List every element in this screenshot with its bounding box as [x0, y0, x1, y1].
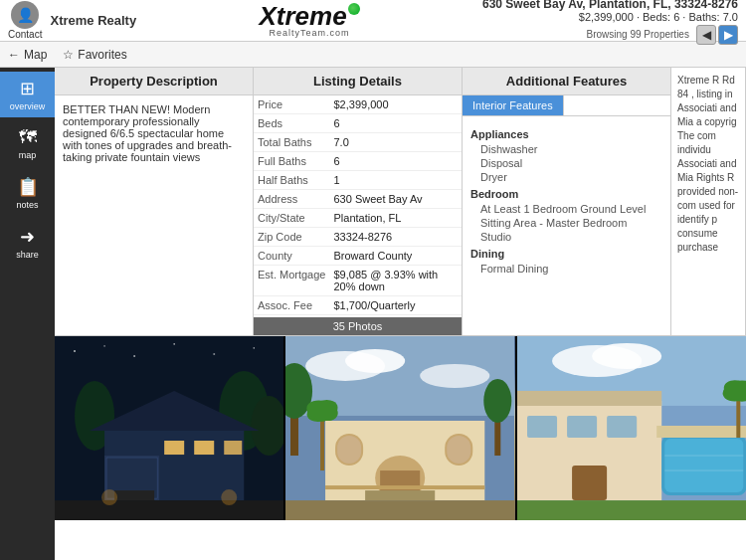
photo-3[interactable]: [517, 336, 746, 520]
sidebar: ⊞ overview 🗺 map 📋 notes ➜ share: [0, 68, 55, 560]
listing-table-row: City/StatePlantation, FL: [254, 209, 462, 228]
listing-label: Zip Code: [254, 228, 329, 247]
listing-details-body: Price$2,399,000Beds6Total Baths7.0Full B…: [254, 95, 462, 317]
sidebar-item-map[interactable]: 🗺 map: [0, 121, 55, 166]
svg-point-1: [74, 350, 76, 352]
svg-rect-57: [656, 426, 746, 438]
listing-label: Est. Mortgage: [254, 266, 329, 296]
sidebar-item-notes[interactable]: 📋 notes: [0, 170, 55, 216]
photo-1[interactable]: [55, 336, 285, 520]
bedroom-list: At Least 1 Bedroom Ground LevelSitting A…: [470, 202, 662, 244]
dining-list: Formal Dining: [470, 262, 662, 276]
star-icon: ☆: [63, 48, 74, 62]
listing-label: Assoc. Fee: [254, 296, 329, 315]
bedroom-item: Sitting Area - Master Bedroom: [470, 216, 662, 230]
listing-details-header: Listing Details: [254, 68, 462, 95]
map-button[interactable]: ← Map: [8, 48, 47, 62]
sidebar-map-label: map: [19, 150, 37, 160]
listing-table-row: Full Baths6: [254, 152, 462, 171]
browsing-info: Browsing 99 Properties ◀ ▶: [482, 25, 738, 45]
svg-rect-18: [114, 490, 154, 500]
photo-2[interactable]: [285, 336, 516, 520]
photo-3-svg: [517, 336, 746, 520]
sidebar-item-share[interactable]: ➜ share: [0, 220, 55, 266]
svg-point-46: [592, 343, 661, 369]
listing-value: 630 Sweet Bay Av: [329, 190, 462, 209]
listing-label: City/State: [254, 209, 329, 228]
notes-icon: 📋: [17, 176, 39, 198]
overview-icon: ⊞: [20, 78, 35, 99]
appliances-section-header: Appliances: [470, 124, 662, 142]
avatar: 👤: [11, 1, 39, 29]
listing-value: $9,085 @ 3.93% with 20% down: [329, 266, 462, 296]
logo-x-text: Xtreme: [260, 1, 347, 31]
listing-details-panel: Listing Details Price$2,399,000Beds6Tota…: [254, 68, 463, 335]
logo-container: Xtreme RealtyTeam.com: [260, 3, 360, 38]
svg-point-19: [101, 489, 117, 505]
listing-label: Half Baths: [254, 171, 329, 190]
property-details: $2,399,000 · Beds: 6 · Baths: 7.0: [482, 11, 738, 23]
svg-rect-52: [572, 466, 607, 500]
listing-value: 6: [329, 152, 462, 171]
listing-label: County: [254, 247, 329, 266]
listing-table-row: Half Baths1: [254, 171, 462, 190]
bedroom-item: Studio: [470, 230, 662, 244]
listing-table-row: Assoc. Fee$1,700/Quarterly: [254, 296, 462, 315]
svg-point-20: [221, 489, 237, 505]
listing-table-row: CountyBroward County: [254, 247, 462, 266]
listing-table-row: Address630 Sweet Bay Av: [254, 190, 462, 209]
listing-value: Plantation, FL: [329, 209, 462, 228]
browsing-text: Browsing 99 Properties: [587, 28, 689, 39]
feature-tab-bar: Interior Features: [463, 95, 670, 116]
svg-rect-42: [365, 490, 435, 500]
legal-text: Xtreme R Rd 84 , listing in Associati an…: [671, 68, 745, 335]
svg-point-4: [173, 343, 175, 345]
svg-point-24: [345, 349, 405, 373]
person-icon: 👤: [17, 7, 34, 23]
svg-point-3: [133, 355, 135, 357]
property-description-header: Property Description: [55, 68, 253, 95]
appliance-item: Dryer: [470, 170, 662, 184]
map-label: Map: [24, 48, 47, 62]
listing-label: Beds: [254, 114, 329, 133]
arrow-left-icon: ←: [8, 48, 20, 62]
company-name: Xtreme Realty: [50, 13, 136, 28]
listing-label: Total Baths: [254, 133, 329, 152]
svg-point-25: [421, 364, 490, 388]
panels-row: Property Description BETTER THAN NEW! Mo…: [55, 68, 746, 336]
map-icon: 🗺: [19, 127, 37, 148]
sidebar-item-overview[interactable]: ⊞ overview: [0, 72, 55, 117]
main-area: ⊞ overview 🗺 map 📋 notes ➜ share Propert…: [0, 68, 746, 560]
listing-value: Broward County: [329, 247, 462, 266]
legal-panel: Xtreme R Rd 84 , listing in Associati an…: [671, 68, 746, 335]
nav-arrows: ◀ ▶: [696, 25, 738, 45]
header-right: 630 Sweet Bay Av, Plantation, FL, 33324-…: [482, 0, 738, 45]
listing-value: $1,700/Quarterly: [329, 296, 462, 315]
listing-label: Address: [254, 190, 329, 209]
svg-rect-15: [194, 441, 214, 455]
sidebar-notes-label: notes: [16, 200, 38, 210]
listing-value: $2,399,000: [329, 95, 462, 114]
dining-item: Formal Dining: [470, 262, 662, 276]
listing-table: Price$2,399,000Beds6Total Baths7.0Full B…: [254, 95, 462, 315]
interior-features-tab[interactable]: Interior Features: [463, 95, 564, 115]
contact-button[interactable]: 👤 Contact: [8, 1, 42, 40]
next-arrow-button[interactable]: ▶: [718, 25, 738, 45]
bedroom-section-header: Bedroom: [470, 184, 662, 202]
favorites-label: Favorites: [78, 48, 126, 62]
listing-table-row: Zip Code33324-8276: [254, 228, 462, 247]
prev-arrow-button[interactable]: ◀: [696, 25, 716, 45]
listing-value: 7.0: [329, 133, 462, 152]
sidebar-share-label: share: [16, 250, 39, 260]
share-icon: ➜: [20, 226, 35, 248]
additional-features-header: Additional Features: [463, 68, 670, 95]
svg-rect-58: [736, 396, 740, 438]
svg-rect-39: [448, 436, 471, 464]
listing-table-row: Total Baths7.0: [254, 133, 462, 152]
listing-value: 1: [329, 171, 462, 190]
svg-rect-41: [285, 500, 514, 520]
photos-count: 35 Photos: [333, 320, 383, 332]
favorites-button[interactable]: ☆ Favorites: [63, 48, 126, 62]
svg-rect-50: [567, 416, 597, 438]
photos-bar[interactable]: 35 Photos: [254, 317, 462, 335]
